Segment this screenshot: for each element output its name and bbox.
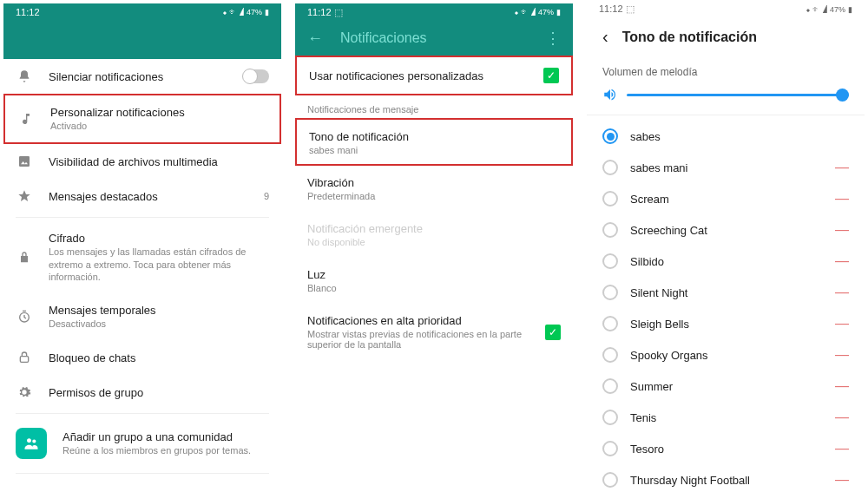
notif-subtitle: sabes mani	[309, 145, 559, 155]
music-note-icon	[17, 112, 35, 126]
tone-name: Silent Night	[630, 286, 823, 299]
status-bar: 11:12 ⬚ ⬥ ᯤ ◢ 47%▮	[295, 3, 573, 21]
menu-dots-icon[interactable]: ⋮	[545, 29, 561, 48]
tone-item[interactable]: Sleigh Bells —	[587, 308, 865, 339]
svg-point-4	[32, 440, 36, 443]
vibration[interactable]: Vibración Predeterminada	[295, 166, 573, 212]
tone-name: Sleigh Bells	[630, 318, 823, 331]
status-time: 11:12 ⬚	[599, 3, 635, 15]
notif-label: Usar notificaciones personalizadas	[309, 69, 543, 82]
phone-notifications: 11:12 ⬚ ⬥ ᯤ ◢ 47%▮ ← Notificaciones ⋮ Us…	[295, 3, 573, 489]
setting-media[interactable]: Visibilidad de archivos multimedia	[3, 144, 281, 179]
tone-item[interactable]: Thursday Night Football —	[587, 464, 865, 489]
remove-icon[interactable]: —	[835, 378, 849, 394]
tone-item[interactable]: sabes mani —	[587, 152, 865, 183]
setting-subtitle: Activado	[50, 120, 267, 132]
status-icons: ⬥ ᯤ ◢ 47%▮	[223, 8, 269, 16]
tone-item[interactable]: Tenis —	[587, 402, 865, 433]
radio-icon[interactable]	[602, 128, 618, 144]
radio-icon[interactable]	[602, 316, 618, 331]
radio-icon[interactable]	[602, 160, 618, 175]
header-title: Notificaciones	[340, 30, 528, 46]
tone-item[interactable]: Silbido —	[587, 246, 865, 277]
radio-icon[interactable]	[602, 410, 618, 425]
radio-icon[interactable]	[602, 253, 618, 269]
back-arrow-icon[interactable]: ←	[307, 30, 323, 48]
svg-rect-0	[19, 156, 30, 167]
tone-item[interactable]: Silent Night —	[587, 277, 865, 308]
setting-chat-lock[interactable]: Bloqueo de chats	[3, 340, 281, 375]
remove-icon[interactable]: —	[835, 347, 849, 363]
setting-title: Añadir un grupo a una comunidad	[62, 430, 269, 443]
remove-icon[interactable]: —	[835, 410, 849, 425]
setting-subtitle: Desactivados	[49, 318, 269, 330]
tone-item[interactable]: Spooky Organs —	[587, 339, 865, 371]
notif-label: Luz	[307, 268, 561, 281]
status-bar: 11:12 ⬥ ᯤ ◢ 47%▮	[3, 3, 281, 21]
notifications-header: ← Notificaciones ⋮	[295, 21, 573, 56]
tone-item[interactable]: Scream —	[587, 183, 865, 214]
radio-icon[interactable]	[602, 222, 618, 238]
remove-icon[interactable]: —	[835, 472, 849, 488]
setting-encryption[interactable]: Cifrado Los mensajes y las llamadas está…	[3, 221, 281, 293]
speaker-icon	[602, 87, 618, 102]
remove-icon[interactable]: —	[835, 160, 849, 175]
radio-icon[interactable]	[602, 472, 618, 488]
tone-item[interactable]: Summer —	[587, 371, 865, 402]
remove-icon[interactable]: —	[835, 222, 849, 238]
radio-icon[interactable]	[602, 347, 618, 363]
notif-label: Notificación emergente	[307, 222, 561, 235]
setting-community[interactable]: Añadir un grupo a una comunidad Reúne a …	[3, 417, 281, 469]
toggle-switch[interactable]	[243, 69, 269, 83]
tone-item[interactable]: sabes	[587, 121, 865, 152]
notif-subtitle: Predeterminada	[307, 191, 561, 201]
back-chevron-icon[interactable]: ‹	[602, 27, 608, 47]
remove-icon[interactable]: —	[835, 191, 849, 207]
community-icon	[16, 428, 47, 459]
setting-permissions[interactable]: Permisos de grupo	[3, 375, 281, 410]
slider-track[interactable]	[627, 94, 849, 96]
chat-lock-icon	[16, 351, 33, 364]
checkbox-checked-icon[interactable]: ✓	[543, 68, 559, 83]
remove-icon[interactable]: —	[835, 285, 849, 300]
whatsapp-header	[3, 21, 281, 59]
radio-icon[interactable]	[602, 441, 618, 456]
setting-title: Visibilidad de archivos multimedia	[49, 155, 269, 168]
use-custom-notifications[interactable]: Usar notificaciones personalizadas ✓	[295, 56, 573, 95]
picker-title: Tono de notificación	[622, 30, 757, 45]
setting-title: Personalizar notificaciones	[50, 106, 267, 119]
checkbox-checked-icon[interactable]: ✓	[545, 325, 561, 340]
status-icons: ⬥ ᯤ ◢ 47%▮	[806, 5, 852, 14]
tone-name: Thursday Night Football	[630, 474, 823, 487]
volume-slider[interactable]	[602, 87, 849, 102]
phone-ringtone-picker: 11:12 ⬚ ⬥ ᯤ ◢ 47%▮ ‹ Tono de notificació…	[587, 3, 865, 489]
remove-icon[interactable]: —	[835, 316, 849, 331]
tone-name: sabes mani	[630, 161, 823, 174]
light[interactable]: Luz Blanco	[295, 258, 573, 304]
picker-header: ‹ Tono de notificación	[587, 15, 865, 59]
svg-point-3	[27, 439, 31, 443]
radio-icon[interactable]	[602, 191, 618, 207]
remove-icon[interactable]: —	[835, 441, 849, 456]
remove-icon[interactable]: —	[835, 253, 849, 269]
high-priority[interactable]: Notificaciones en alta prioridad Mostrar…	[295, 304, 573, 360]
radio-icon[interactable]	[602, 285, 618, 300]
notif-subtitle: Mostrar vistas previas de notificaciones…	[307, 329, 545, 350]
setting-mute[interactable]: Silenciar notificaciones	[3, 59, 281, 94]
search-icon[interactable]	[255, 488, 269, 489]
image-icon	[16, 154, 33, 168]
setting-disappearing[interactable]: Mensajes temporales Desactivados	[3, 293, 281, 340]
slider-thumb[interactable]	[836, 89, 849, 102]
setting-title: Permisos de grupo	[49, 386, 269, 399]
tone-item[interactable]: Tesoro —	[587, 433, 865, 464]
tone-item[interactable]: Screeching Cat —	[587, 214, 865, 246]
radio-icon[interactable]	[602, 378, 618, 394]
count-badge: 9	[264, 191, 269, 201]
volume-label: Volumen de melodía	[602, 66, 849, 78]
notification-tone[interactable]: Tono de notificación sabes mani	[295, 118, 573, 166]
setting-customize[interactable]: Personalizar notificaciones Activado	[3, 94, 281, 144]
setting-starred[interactable]: Mensajes destacados 9	[3, 179, 281, 213]
notif-label: Tono de notificación	[309, 130, 559, 143]
participants-count: 2 participantes	[3, 477, 281, 489]
tone-name: Silbido	[630, 255, 823, 268]
